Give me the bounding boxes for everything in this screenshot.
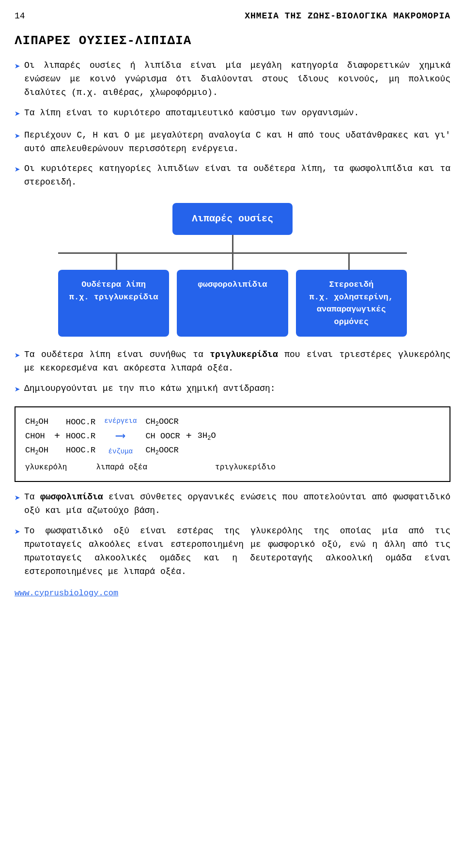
page-header: 14 ΧΗΜΕΙΑ ΤΗΣ ΖΩΗΣ-ΒΙΟΛΟΓΙΚΑ ΜΑΚΡΟΜΟΡΙΑ bbox=[15, 10, 450, 23]
more-para-1: ➤ Τα φωσφολιπίδια είναι σύνθετες οργανικ… bbox=[15, 491, 450, 518]
para-text-4: Οι κυριότερες κατηγορίες λιπιδίων είναι … bbox=[24, 162, 450, 189]
para-text-1: Οι λιπαρές ουσίες ή λιπίδια είναι μία με… bbox=[24, 59, 450, 100]
arrow-bottom-label: ένζυμα bbox=[108, 447, 133, 457]
bold-phospholipids: φωσφολιπίδια bbox=[40, 492, 103, 502]
branch-box-2: φωσφορολιπίδια bbox=[177, 270, 288, 337]
bullet-arrow-4: ➤ bbox=[15, 163, 20, 178]
bullet-arrow-pd2: ➤ bbox=[15, 383, 20, 398]
plus-1: + bbox=[51, 429, 63, 444]
post-para-2: Δημιουργούνται με την πιο κάτω χημική αν… bbox=[24, 382, 450, 396]
water: 3H2O bbox=[198, 430, 216, 443]
reactant-fatty-acids: HOOC.R HOOC.R HOOC.R bbox=[66, 416, 95, 458]
more-para-2: ➤ Το φωσφατιδικό οξύ είναι εστέρας της γ… bbox=[15, 525, 450, 579]
bullet-arrow-mp1: ➤ bbox=[15, 492, 20, 506]
reactant-glycerol: CH2OH CHOH CH2OH bbox=[25, 415, 48, 458]
footer-link-anchor[interactable]: www.cyprusbiology.com bbox=[15, 589, 118, 598]
reaction-box: CH2OH CHOH CH2OH + HOOC.R HOOC.R HOOC.R … bbox=[15, 406, 450, 482]
page-title-header: ΧΗΜΕΙΑ ΤΗΣ ΖΩΗΣ-ΒΙΟΛΟΓΙΚΑ ΜΑΚΡΟΜΟΡΙΑ bbox=[245, 10, 450, 23]
label-glycerol: γλυκερόλη bbox=[25, 462, 67, 473]
bullet-arrow-2: ➤ bbox=[15, 108, 20, 122]
paragraph-2: ➤ Τα λίπη είναι το κυριότερο αποταμιευτι… bbox=[15, 107, 450, 122]
page-number: 14 bbox=[15, 10, 25, 23]
plus-2: + bbox=[183, 429, 195, 444]
branch-box-1: Ουδέτερα λίπη π.χ. τριγλυκερίδια bbox=[58, 270, 169, 337]
diagram-connector-v-top bbox=[232, 235, 233, 252]
product-triglyceride: CH2OOCR CH OOCR CH2OOCR bbox=[145, 415, 180, 458]
post-diagram-2: ➤ Δημιουργούνται με την πιο κάτω χημική … bbox=[15, 382, 450, 398]
paragraph-3: ➤ Περιέχουν C, Η και Ο με μεγαλύτερη ανα… bbox=[15, 129, 450, 156]
label-fatty-acids: λιπαρά οξέα bbox=[96, 462, 147, 473]
arrow-top-label: ενέργεια bbox=[104, 416, 137, 426]
footer-link[interactable]: www.cyprusbiology.com bbox=[15, 587, 450, 600]
branch-box-3: Στεροειδή π.χ. χοληστερίνη, αναπαραγωγικ… bbox=[296, 270, 407, 337]
forward-arrow: ⟶ bbox=[116, 426, 124, 447]
reaction-arrow-block: ενέργεια ⟶ ένζυμα bbox=[104, 416, 137, 457]
more-para-text-2: Το φωσφατιδικό οξύ είναι εστέρας της γλυ… bbox=[24, 525, 450, 579]
more-para-text-1: Τα φωσφολιπίδια είναι σύνθετες οργανικές… bbox=[24, 491, 450, 518]
label-triglyceride: τριγλυκερίδιο bbox=[215, 462, 276, 473]
paragraph-1: ➤ Οι λιπαρές ουσίες ή λιπίδια είναι μία … bbox=[15, 59, 450, 100]
reaction-equation: CH2OH CHOH CH2OH + HOOC.R HOOC.R HOOC.R … bbox=[25, 415, 440, 458]
bold-triglycerides: τριγλυκερίδια bbox=[210, 350, 278, 359]
post-diagram-1: ➤ Τα ουδέτερα λίπη είναι συνήθως τα τριγ… bbox=[15, 348, 450, 375]
reaction-labels: γλυκερόλη λιπαρά οξέα τριγλυκερίδιο bbox=[25, 462, 440, 473]
para-text-3: Περιέχουν C, Η και Ο με μεγαλύτερη αναλο… bbox=[24, 129, 450, 156]
diagram: Λιπαρές ουσίες Ουδέτερα λίπη π.χ. τριγλυ… bbox=[15, 203, 450, 337]
paragraph-4: ➤ Οι κυριότερες κατηγορίες λιπιδίων είνα… bbox=[15, 162, 450, 189]
bullet-arrow-3: ➤ bbox=[15, 130, 20, 144]
bullet-arrow-pd1: ➤ bbox=[15, 349, 20, 364]
bullet-arrow-1: ➤ bbox=[15, 60, 20, 75]
para-text-2: Τα λίπη είναι το κυριότερο αποταμιευτικό… bbox=[24, 107, 450, 120]
post-para-1: Τα ουδέτερα λίπη είναι συνήθως τα τριγλυ… bbox=[24, 348, 450, 375]
section-title: ΛΙΠΑΡΕΣ ΟΥΣΙΕΣ-ΛΙΠΙΔΙΑ bbox=[15, 31, 450, 50]
bullet-arrow-mp2: ➤ bbox=[15, 526, 20, 540]
diagram-top-box: Λιπαρές ουσίες bbox=[172, 203, 293, 235]
